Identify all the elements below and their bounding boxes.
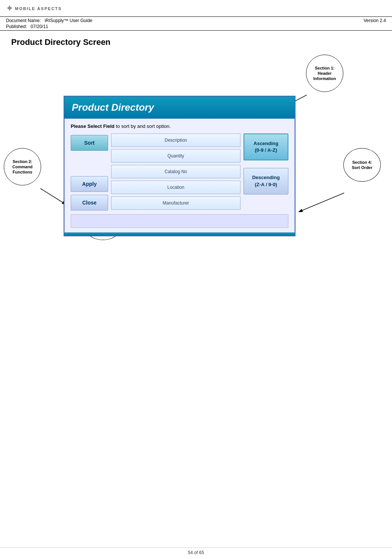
svg-line-3 — [299, 193, 344, 212]
field-quantity[interactable]: Quantity — [111, 149, 241, 163]
doc-name-value: iRISupply™ User Guide — [45, 18, 92, 24]
callout2-detail: Functions — [12, 169, 33, 175]
doc-name-label: Document Name: iRISupply™ User Guide — [6, 18, 92, 24]
sort-order-column: Ascending (0-9 / A-Z) Descending (Z-A / … — [244, 133, 288, 211]
callout-command-functions: Section 2: Command Functions — [4, 148, 41, 185]
ascending-line2: (0-9 / A-Z) — [247, 147, 285, 154]
screen-bottom-bar — [71, 214, 288, 228]
callout2-sub: Command — [12, 164, 33, 169]
callout2-title: Section 2: — [12, 159, 33, 164]
callout1-sub: Header — [313, 71, 336, 76]
callout1-detail: Information — [313, 76, 336, 81]
descending-button[interactable]: Descending (Z-A / 9-0) — [244, 168, 288, 194]
screen-header: Product Directory — [64, 96, 295, 119]
screen-mockup: Product Directory Please Select Field to… — [64, 96, 295, 236]
page-footer: 54 of 65 — [0, 547, 392, 555]
version-label: Version 2.4 — [364, 18, 386, 24]
close-button[interactable]: Close — [71, 195, 108, 211]
screen-footer-bar — [64, 233, 295, 236]
callout4-title: Section 4: — [352, 160, 372, 165]
descending-line1: Descending — [247, 174, 285, 181]
published-date: 07/20/11 — [31, 24, 48, 30]
callout1-title: Section 1: — [313, 65, 336, 71]
callout-header-info: Section 1: Header Information — [306, 55, 343, 92]
page-title: Product Directory Screen — [0, 31, 392, 51]
doc-info: Document Name: iRISupply™ User Guide Ver… — [0, 17, 392, 31]
apply-button[interactable]: Apply — [71, 176, 108, 192]
instruction-rest: to sort by and sort option. — [116, 123, 171, 129]
commands-column: Sort Apply Close — [71, 133, 108, 211]
ascending-line1: Ascending — [247, 140, 285, 147]
instruction-bold: Please Select Field — [71, 123, 114, 129]
header-logo: ✦ MOBILE ASPECTS — [0, 0, 392, 17]
svg-line-1 — [40, 188, 65, 204]
instruction-text: Please Select Field to sort by and sort … — [71, 123, 288, 129]
field-location[interactable]: Location — [111, 181, 241, 194]
field-catalog-no[interactable]: Catalog No — [111, 165, 241, 178]
company-name: MOBILE ASPECTS — [15, 6, 62, 11]
logo-icon: ✦ — [6, 4, 13, 13]
screen-body: Please Select Field to sort by and sort … — [64, 119, 295, 233]
field-description[interactable]: Description — [111, 133, 241, 147]
field-manufacturer[interactable]: Manufacturer — [111, 196, 241, 210]
screen-title: Product Directory — [72, 102, 154, 113]
callout-sort-order: Section 4: Sort Order — [343, 148, 381, 182]
ascending-button[interactable]: Ascending (0-9 / A-Z) — [244, 133, 288, 160]
published-label: Published: 07/20/11 — [6, 24, 48, 30]
sort-button[interactable]: Sort — [71, 135, 108, 151]
descending-line2: (Z-A / 9-0) — [247, 181, 285, 188]
fields-column: Description Quantity Catalog No Location… — [111, 133, 241, 211]
footer-text: 54 of 65 — [188, 550, 204, 555]
callout4-sub: Sort Order — [352, 165, 372, 170]
